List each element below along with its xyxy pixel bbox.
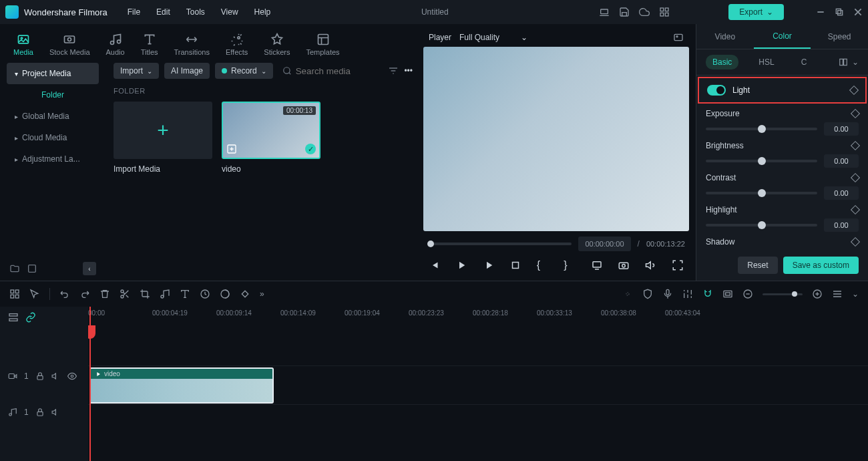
layout-icon[interactable] xyxy=(9,289,20,299)
device-icon[interactable] xyxy=(599,7,610,17)
import-button[interactable]: Import⌄ xyxy=(114,63,159,79)
split-icon[interactable] xyxy=(120,289,130,299)
redo-icon[interactable] xyxy=(79,289,90,299)
video-preview[interactable] xyxy=(423,47,689,231)
volume-icon[interactable] xyxy=(645,259,657,271)
subtab-hsl[interactable]: HSL xyxy=(752,55,781,69)
new-folder-icon[interactable] xyxy=(9,263,20,274)
subtab-basic[interactable]: Basic xyxy=(706,55,738,69)
speed-icon[interactable] xyxy=(200,289,210,299)
marker-icon[interactable] xyxy=(622,289,633,299)
reset-button[interactable]: Reset xyxy=(738,257,777,274)
light-toggle[interactable] xyxy=(707,85,726,96)
slider-brightness[interactable] xyxy=(706,160,817,162)
zoom-out-icon[interactable] xyxy=(742,289,753,299)
selection-icon[interactable] xyxy=(29,289,40,299)
cloud-icon[interactable] xyxy=(639,7,650,17)
slider-exposure[interactable] xyxy=(706,128,817,130)
props-tab-video[interactable]: Video xyxy=(696,24,754,49)
menu-edit[interactable]: Edit xyxy=(156,7,170,17)
crop-icon[interactable] xyxy=(140,289,150,299)
tab-templates[interactable]: Templates xyxy=(306,33,339,56)
keyframe-icon[interactable] xyxy=(851,173,860,182)
sidebar-item-project-media[interactable]: ▾Project Media xyxy=(7,63,99,84)
lock-icon[interactable] xyxy=(35,371,45,381)
slider-contrast[interactable] xyxy=(706,192,817,194)
playhead[interactable] xyxy=(89,307,91,461)
slider-value-highlight[interactable]: 0.00 xyxy=(824,218,859,232)
step-back-icon[interactable] xyxy=(455,259,467,271)
prev-frame-icon[interactable] xyxy=(429,259,441,271)
mark-out-icon[interactable]: } xyxy=(564,259,576,271)
menu-file[interactable]: File xyxy=(128,7,140,17)
mixer-icon[interactable] xyxy=(682,289,693,299)
menu-tools[interactable]: Tools xyxy=(186,7,205,17)
safe-zone-icon[interactable] xyxy=(722,289,733,299)
display-icon[interactable] xyxy=(591,259,603,271)
apps-icon[interactable] xyxy=(659,7,670,17)
filter-icon[interactable] xyxy=(388,65,399,76)
sidebar-item-global-media[interactable]: ▸Global Media xyxy=(7,106,99,127)
search-input[interactable] xyxy=(278,66,383,76)
timeline-ruler[interactable]: 00:0000:00:04:1900:00:09:1400:00:14:0900… xyxy=(88,307,868,328)
sidebar-item-folder[interactable]: Folder xyxy=(7,84,99,106)
slider-value-exposure[interactable]: 0.00 xyxy=(824,122,859,136)
magnet-icon[interactable] xyxy=(702,289,713,299)
menu-help[interactable]: Help xyxy=(254,7,271,17)
tab-stickers[interactable]: Stickers xyxy=(264,33,290,56)
sidebar-item-cloud-media[interactable]: ▸Cloud Media xyxy=(7,127,99,148)
quality-select[interactable]: Full Quality⌄ xyxy=(459,33,527,42)
play-icon[interactable] xyxy=(483,259,495,271)
chevron-down-icon[interactable]: ⌄ xyxy=(852,57,859,67)
eye-icon[interactable] xyxy=(67,371,77,381)
stop-icon[interactable] xyxy=(509,259,521,271)
tab-effects[interactable]: Effects xyxy=(226,33,248,56)
keyframes-icon[interactable] xyxy=(240,289,250,299)
tab-transitions[interactable]: Transitions xyxy=(174,33,210,56)
keyframe-icon[interactable] xyxy=(851,141,860,150)
props-tab-speed[interactable]: Speed xyxy=(811,24,868,49)
mark-in-icon[interactable]: { xyxy=(537,259,549,271)
more-icon[interactable]: ••• xyxy=(404,66,413,75)
ai-image-button[interactable]: AI Image xyxy=(164,63,210,79)
save-as-custom-button[interactable]: Save as custom xyxy=(783,257,859,274)
shield-icon[interactable] xyxy=(642,289,653,299)
add-to-timeline-icon[interactable] xyxy=(226,144,237,154)
mic-icon[interactable] xyxy=(662,289,673,299)
compare-icon[interactable] xyxy=(839,57,848,67)
video-track[interactable]: video xyxy=(88,365,868,404)
slider-value-contrast[interactable]: 0.00 xyxy=(824,186,859,200)
audio-track[interactable] xyxy=(88,404,868,443)
tab-stock-media[interactable]: Stock Media xyxy=(49,33,90,56)
export-button[interactable]: Export ⌄ xyxy=(728,4,784,20)
more-tools-icon[interactable]: » xyxy=(260,289,264,299)
import-media-tile[interactable]: + Import Media xyxy=(114,102,212,174)
props-tab-color[interactable]: Color xyxy=(754,24,811,49)
audio-track-header[interactable]: 1 xyxy=(0,402,88,423)
slider-value-brightness[interactable]: 0.00 xyxy=(824,154,859,168)
delete-icon[interactable] xyxy=(99,289,110,299)
menu-view[interactable]: View xyxy=(221,7,238,17)
snapshot-icon[interactable] xyxy=(673,32,684,43)
minimize-icon[interactable] xyxy=(816,7,825,17)
collapse-sidebar-button[interactable]: ‹ xyxy=(83,262,96,275)
zoom-in-icon[interactable] xyxy=(812,289,823,299)
save-icon[interactable] xyxy=(619,7,630,17)
text-icon[interactable] xyxy=(180,289,190,299)
video-track-header[interactable]: 1 xyxy=(0,365,88,387)
close-icon[interactable] xyxy=(853,7,863,17)
keyframe-icon[interactable] xyxy=(849,86,859,95)
media-tile-video[interactable]: 00:00:13 ✓ video xyxy=(222,102,320,174)
tab-audio[interactable]: Audio xyxy=(106,33,125,56)
scrub-slider[interactable] xyxy=(427,243,572,245)
keyframe-icon[interactable] xyxy=(851,109,860,118)
music-icon[interactable] xyxy=(160,289,170,299)
keyframe-icon[interactable] xyxy=(851,205,860,214)
link-icon[interactable] xyxy=(25,312,36,323)
lock-icon[interactable] xyxy=(35,408,45,417)
color-icon[interactable] xyxy=(220,289,230,299)
subtab-curves[interactable]: C xyxy=(795,55,814,69)
track-options-icon[interactable] xyxy=(832,289,843,299)
mute-icon[interactable] xyxy=(51,371,61,381)
record-button[interactable]: Record⌄ xyxy=(215,63,273,79)
